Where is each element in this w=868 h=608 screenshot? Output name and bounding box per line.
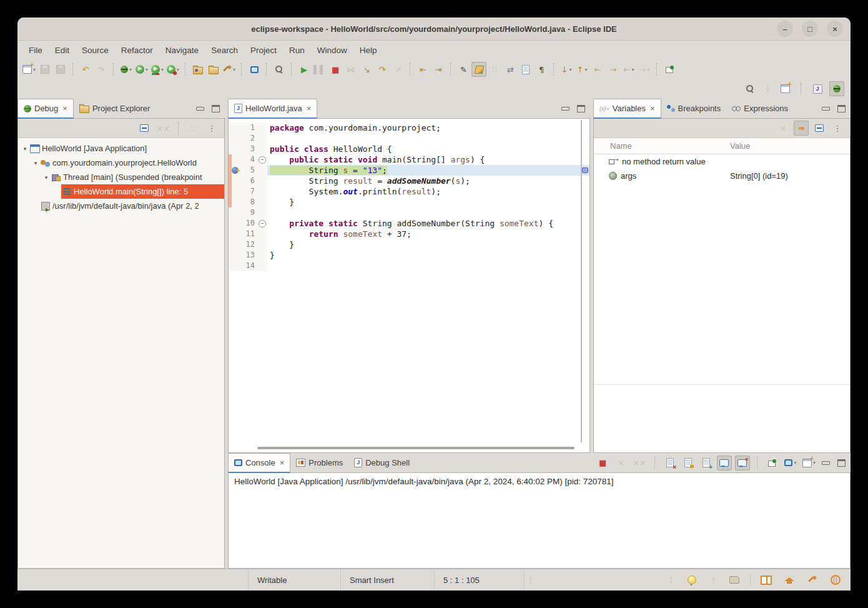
step-over-icon[interactable]: ↷	[375, 62, 390, 77]
maximize-icon[interactable]	[577, 105, 585, 112]
open-task-icon[interactable]	[190, 62, 205, 77]
profile-icon[interactable]: ▾	[165, 62, 180, 77]
collapse-fold-icon[interactable]: −	[259, 220, 266, 227]
forward-icon[interactable]: →▾	[637, 62, 652, 77]
debug-icon[interactable]: ▾	[119, 62, 134, 77]
overview-ruler-breakpoint-marker[interactable]	[582, 167, 588, 173]
expander-icon[interactable]: ▾	[31, 160, 40, 166]
expander-icon[interactable]: ▾	[21, 146, 29, 152]
gutter-line-4[interactable]: 4	[229, 154, 257, 165]
maximize-icon[interactable]	[837, 459, 846, 467]
menu-window[interactable]: Window	[311, 43, 353, 57]
gutter-line-10[interactable]: 10	[229, 218, 257, 229]
gutter-line-14[interactable]: 14	[229, 261, 257, 271]
minimize-button[interactable]: –	[777, 21, 793, 37]
highlight-brush-icon[interactable]	[471, 62, 486, 77]
menu-run[interactable]: Run	[283, 43, 311, 57]
tab-expressions[interactable]: Expressions	[726, 99, 794, 118]
variable-row-args[interactable]: argsString[0] (id=19)	[594, 169, 850, 183]
tab-helloworld-java[interactable]: HelloWorld.java×	[228, 99, 317, 119]
new-icon[interactable]: ▾	[21, 62, 37, 77]
open-console-icon[interactable]	[247, 62, 262, 77]
variables-table[interactable]: no method return valueargsString[0] (id=…	[594, 154, 850, 452]
value-column-header[interactable]: Value	[730, 141, 750, 151]
drop-to-frame-icon[interactable]: ⇤	[415, 62, 430, 77]
menu-file[interactable]: File	[22, 43, 49, 57]
horizontal-scrollbar[interactable]	[257, 447, 575, 449]
maximize-icon[interactable]	[837, 105, 846, 112]
pin-editor-icon[interactable]	[662, 62, 677, 77]
java-perspective-icon[interactable]	[810, 81, 825, 96]
maximize-icon[interactable]	[212, 105, 220, 112]
close-button[interactable]: ×	[827, 21, 843, 37]
menu-edit[interactable]: Edit	[49, 43, 76, 57]
redo-icon[interactable]: ↷	[94, 62, 109, 77]
collapse-all-icon[interactable]	[137, 121, 152, 136]
inspect-icon[interactable]	[272, 62, 287, 77]
whats-new-icon[interactable]	[759, 572, 774, 587]
gutter-line-8[interactable]: 8	[229, 197, 257, 207]
open-console-icon[interactable]: ▾	[801, 456, 817, 471]
edit-mode-icon[interactable]	[727, 572, 742, 587]
name-column-header[interactable]: Name	[594, 141, 730, 151]
mark-occurrences-icon[interactable]: ✎	[456, 62, 471, 77]
tab-console[interactable]: Console×	[228, 453, 290, 473]
view-menu-icon[interactable]: ⋮	[204, 121, 219, 136]
remove-all-terminated-icon[interactable]: ××	[631, 456, 648, 471]
tab-project-explorer[interactable]: Project Explorer	[74, 99, 155, 118]
show-outline-icon[interactable]	[518, 62, 533, 77]
view-menu-icon[interactable]: ⋮	[830, 121, 845, 136]
tab-debug-shell[interactable]: Debug Shell	[348, 453, 415, 472]
terminate-icon[interactable]: ■	[328, 62, 343, 77]
console-output[interactable]: HelloWorld [Java Application] /usr/lib/j…	[229, 473, 850, 568]
gutter-line-6[interactable]: 6	[229, 176, 257, 186]
menu-search[interactable]: Search	[205, 43, 244, 57]
code-editor[interactable]: 1package com.yourdomain.yourproject;23pu…	[229, 119, 589, 452]
use-step-filters-icon[interactable]: ⇥	[431, 62, 446, 77]
tree-row-helloworld-java-application[interactable]: ▾HelloWorld [Java Application]	[18, 141, 224, 156]
collapse-all-icon[interactable]	[812, 121, 827, 136]
tree-row-usr-lib-jvm-default-java-bin-j[interactable]: /usr/lib/jvm/default-java/bin/java (Apr …	[18, 199, 224, 213]
tab-problems[interactable]: Problems	[290, 453, 348, 472]
tab-breakpoints[interactable]: Breakpoints	[661, 99, 727, 118]
coverage-icon[interactable]: ▾	[150, 62, 165, 77]
previous-annotation-icon[interactable]: ↑▾	[575, 62, 589, 77]
external-tools-icon[interactable]: ▾	[222, 62, 237, 77]
close-tab-icon[interactable]: ×	[307, 104, 312, 113]
debug-launch-tree[interactable]: ▾HelloWorld [Java Application]▾com.yourd…	[18, 138, 224, 568]
step-return-icon[interactable]: ↗	[390, 62, 405, 77]
expander-icon[interactable]: ▾	[42, 174, 51, 181]
menu-source[interactable]: Source	[76, 43, 115, 57]
menu-refactor[interactable]: Refactor	[115, 43, 159, 57]
search-occurrences-icon[interactable]: ∷	[487, 62, 502, 77]
web-resources-icon[interactable]	[828, 572, 843, 587]
search-icon[interactable]	[742, 81, 757, 96]
remove-launch-icon[interactable]: ×	[613, 456, 628, 471]
terminate-icon[interactable]: ■	[595, 456, 610, 471]
filters-icon[interactable]: ∷	[186, 121, 201, 136]
last-edit-location-icon[interactable]: ←	[590, 62, 605, 77]
close-tab-icon[interactable]: ×	[62, 104, 67, 113]
menu-project[interactable]: Project	[244, 43, 283, 57]
back-icon[interactable]: ←▾	[621, 62, 636, 77]
breakpoint-instruction-pointer-icon[interactable]	[232, 167, 239, 174]
show-logical-structures-icon[interactable]	[794, 121, 809, 136]
tutorials-icon[interactable]	[782, 572, 797, 587]
tips-and-tricks-icon[interactable]	[805, 572, 820, 587]
gutter-line-3[interactable]: 3	[229, 144, 257, 154]
next-annotation-icon[interactable]: ↓▾	[559, 62, 574, 77]
show-whitespace-icon[interactable]: ¶	[534, 62, 549, 77]
close-tab-icon[interactable]: ×	[650, 104, 655, 113]
save-all-icon[interactable]	[53, 62, 68, 77]
tree-row-thread-main-suspended-breakpoi[interactable]: ▾Thread [main] (Suspended (breakpoint	[18, 170, 224, 184]
cursor-position-status[interactable]: 5 : 1 : 105	[434, 569, 525, 591]
minimize-icon[interactable]	[196, 107, 204, 111]
gutter-line-1[interactable]: 1	[229, 122, 257, 133]
title-bar[interactable]: eclipse-workspace - HelloWorld/src/com/y…	[17, 17, 851, 41]
open-resource-icon[interactable]	[206, 62, 221, 77]
variable-row-no-method-return-value[interactable]: no method return value	[594, 154, 850, 169]
link-with-editor-icon[interactable]: ⇄	[503, 62, 518, 77]
menu-navigate[interactable]: Navigate	[159, 43, 205, 57]
next-edit-location-icon[interactable]: →	[606, 62, 621, 77]
display-console-icon[interactable]: ▾	[783, 456, 798, 471]
